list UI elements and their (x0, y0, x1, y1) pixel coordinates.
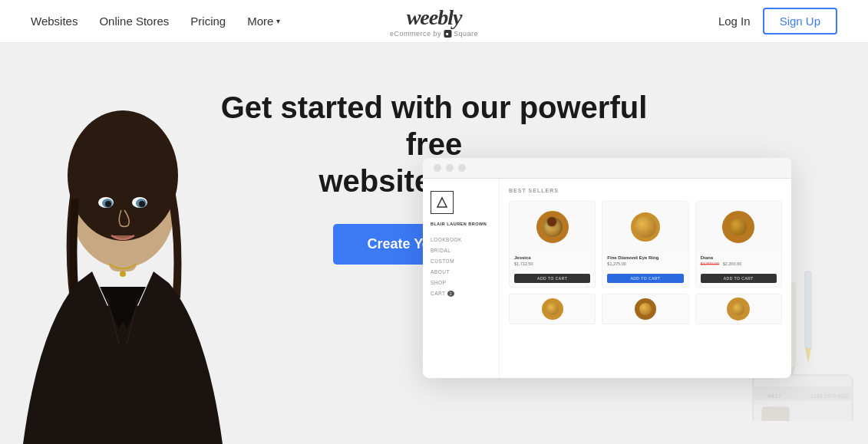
browser-window: BLAIR LAUREN BROWN LOOKBOOK BRIDAL CUSTO… (423, 158, 791, 378)
login-button[interactable]: Log In (718, 15, 751, 28)
window-dot-1 (434, 164, 441, 172)
chevron-down-icon: ▾ (276, 17, 280, 25)
svg-point-3 (68, 110, 178, 241)
logo-wordmark: weebly (390, 5, 478, 30)
ring-image-2 (631, 212, 660, 242)
product-price-1: $1,712.50 (514, 261, 590, 266)
mockup-brand: BLAIR LAUREN BROWN (431, 222, 491, 226)
add-to-cart-3[interactable]: ADD TO CART (701, 274, 777, 283)
product-row-bottom (509, 294, 782, 324)
logo-subtext: eCommerce by ■ Square (390, 30, 478, 38)
mockup-link-about: ABOUT (431, 269, 491, 275)
product-grid: Jessica $1,712.50 ADD TO CART Fine D (509, 201, 782, 288)
product-card-bottom-1 (509, 294, 596, 324)
nav-online-stores[interactable]: Online Stores (99, 15, 169, 28)
product-name-3: Diana (701, 255, 777, 260)
nav-pricing[interactable]: Pricing (190, 15, 226, 28)
add-to-cart-2[interactable]: ADD TO CART (607, 274, 683, 283)
signup-button[interactable]: Sign Up (763, 8, 837, 35)
svg-point-10 (120, 271, 126, 277)
product-name-1: Jessica (514, 255, 590, 260)
mockup-link-shop: SHOP (431, 280, 491, 285)
product-card: Jessica $1,712.50 ADD TO CART (509, 201, 596, 288)
section-label: BEST SELLERS (509, 188, 782, 193)
hero-section: Get started with our powerful free websi… (0, 43, 868, 444)
browser-body: BLAIR LAUREN BROWN LOOKBOOK BRIDAL CUSTO… (423, 179, 791, 378)
product-name-2: Fine Diamond Eye Ring (607, 255, 683, 260)
product-card: Diana $1,900.00 $2,200.00 ADD TO CART (695, 201, 782, 288)
svg-text:1234 5678 9810: 1234 5678 9810 (810, 393, 850, 399)
website-mockup: BLAIR LAUREN BROWN LOOKBOOK BRIDAL CUSTO… (423, 158, 807, 378)
product-card-bottom-3 (695, 294, 782, 324)
nav-logo: weebly eCommerce by ■ Square (390, 5, 478, 38)
ring-image-3 (722, 211, 754, 243)
product-price-2: $1,275.00 (607, 261, 683, 266)
mockup-link-custom: CUSTOM (431, 258, 491, 264)
nav-left: Websites Online Stores Pricing More ▾ (31, 15, 280, 28)
window-dot-3 (458, 164, 466, 172)
add-to-cart-1[interactable]: ADD TO CART (514, 274, 590, 283)
nav-websites[interactable]: Websites (31, 15, 78, 28)
window-dot-2 (446, 164, 454, 172)
svg-rect-21 (762, 407, 789, 421)
product-price-3: $1,900.00 $2,200.00 (701, 261, 777, 266)
nav-right: Log In Sign Up (718, 8, 837, 35)
product-card-bottom-2 (602, 294, 688, 324)
mockup-link-bridal: BRIDAL (431, 248, 491, 253)
navbar: Websites Online Stores Pricing More ▾ we… (0, 0, 868, 43)
mockup-cart: CART 2 (431, 291, 491, 296)
svg-point-8 (105, 201, 111, 207)
mockup-sidebar: BLAIR LAUREN BROWN LOOKBOOK BRIDAL CUSTO… (423, 179, 500, 378)
product-card: Fine Diamond Eye Ring $1,275.00 ADD TO C… (602, 201, 688, 288)
browser-titlebar (423, 158, 791, 179)
mockup-link-lookbook: LOOKBOOK (431, 237, 491, 242)
svg-point-9 (139, 201, 145, 207)
square-icon: ■ (444, 30, 451, 38)
mockup-main: BEST SELLERS Jessica (500, 179, 791, 378)
svg-text:4417: 4417 (767, 393, 781, 400)
nav-more[interactable]: More ▾ (247, 15, 280, 28)
svg-marker-11 (437, 198, 447, 207)
